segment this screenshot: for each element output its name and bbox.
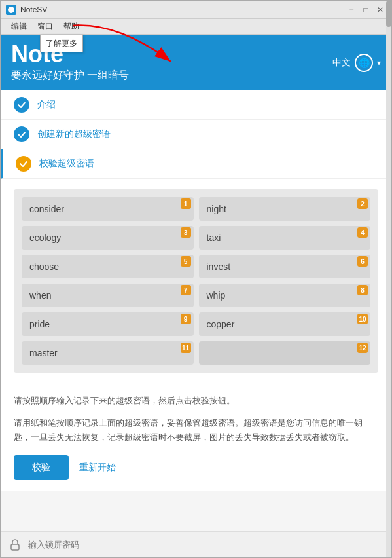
word-number-2: 2 [357, 198, 368, 209]
word-text-11: master [29, 348, 58, 358]
word-cell-12[interactable]: 12 [199, 341, 371, 365]
lock-screen-input[interactable] [28, 540, 383, 549]
word-number-8: 8 [357, 285, 368, 295]
info-section: 请按照顺序输入记录下来的超级密语，然后点击校验按钮。 请用纸和笔按顺序记录上面的… [1, 383, 391, 491]
lang-label: 中文 [332, 57, 351, 69]
word-cell-6[interactable]: 6invest [199, 255, 371, 278]
info-text-2: 请用纸和笔按顺序记录上面的超级密语，妥善保管超级密语。超级密语是您访问信息的唯一… [14, 416, 378, 445]
step-create-label: 创建新的超级密语 [37, 128, 111, 140]
word-number-10: 10 [357, 314, 368, 324]
step-intro[interactable]: 介绍 [1, 90, 391, 120]
app-subtitle: 要永远好好守护 一组暗号 [11, 69, 129, 83]
title-bar-left: NoteSV [6, 5, 47, 15]
step-verify[interactable]: 校验超级密语 [1, 149, 391, 179]
word-text-9: pride [29, 319, 50, 329]
word-cell-10[interactable]: 10copper [199, 312, 371, 336]
svg-point-0 [8, 7, 14, 13]
lang-chevron[interactable]: ▾ [377, 58, 381, 67]
main-content: 介绍 创建新的超级密语 校验超级密语 1consider2night3ecolo… [1, 90, 391, 531]
word-cell-3[interactable]: 3ecology [22, 226, 194, 250]
word-number-5: 5 [181, 256, 191, 267]
step-create[interactable]: 创建新的超级密语 [1, 120, 391, 149]
word-text-6: invest [207, 261, 231, 272]
bottom-bar [1, 531, 391, 557]
svg-rect-2 [11, 544, 19, 550]
word-number-4: 4 [357, 227, 368, 238]
maximize-button[interactable]: □ [360, 4, 372, 16]
close-button[interactable]: ✕ [374, 4, 386, 16]
menu-help[interactable]: 帮助 [58, 19, 84, 35]
word-number-3: 3 [181, 227, 191, 238]
word-text-8: whip [207, 290, 226, 301]
minimize-button[interactable]: − [346, 4, 357, 16]
button-row: 校验 重新开始 [14, 455, 378, 480]
app-icon [6, 5, 16, 15]
word-number-9: 9 [181, 314, 191, 324]
step-intro-check-icon [14, 97, 29, 113]
lock-icon [9, 538, 22, 551]
scrollbar[interactable] [386, 1, 391, 557]
step-verify-check-icon [16, 156, 31, 172]
word-number-6: 6 [357, 256, 368, 267]
app-header-right: 中文 🌐 ▾ [332, 54, 381, 72]
word-text-1: consider [29, 204, 64, 214]
globe-icon[interactable]: 🌐 [355, 54, 373, 72]
word-text-2: night [207, 204, 226, 214]
word-cell-11[interactable]: 11master [22, 341, 194, 365]
word-text-5: choose [29, 261, 59, 272]
tooltip: 了解更多 [40, 35, 83, 52]
word-number-1: 1 [181, 198, 191, 209]
restart-button[interactable]: 重新开始 [79, 462, 116, 474]
word-cell-4[interactable]: 4taxi [199, 226, 371, 250]
word-text-7: when [29, 290, 51, 301]
word-grid-section: 1consider2night3ecology4taxi5choose6inve… [1, 179, 391, 383]
word-number-11: 11 [181, 343, 191, 353]
word-text-10: copper [207, 319, 235, 329]
step-create-check-icon [14, 126, 29, 142]
menu-window[interactable]: 窗口 [32, 19, 58, 35]
word-cell-2[interactable]: 2night [199, 197, 371, 221]
app-window: NoteSV − □ ✕ 编辑 窗口 帮助 了解更多 Note 要永远好好守护 [0, 0, 392, 558]
step-intro-label: 介绍 [37, 99, 56, 111]
step-verify-label: 校验超级密语 [39, 158, 94, 170]
word-number-7: 7 [181, 285, 191, 295]
title-bar-controls: − □ ✕ [346, 4, 386, 16]
word-cell-7[interactable]: 7when [22, 284, 194, 307]
word-number-12: 12 [357, 343, 368, 353]
word-text-3: ecology [29, 232, 61, 243]
word-grid: 1consider2night3ecology4taxi5choose6inve… [14, 189, 378, 373]
scroll-thumb[interactable] [386, 1, 391, 27]
word-cell-8[interactable]: 8whip [199, 284, 371, 307]
menu-bar: 编辑 窗口 帮助 了解更多 [1, 19, 391, 35]
menu-edit[interactable]: 编辑 [6, 19, 32, 35]
word-cell-5[interactable]: 5choose [22, 255, 194, 278]
word-text-4: taxi [207, 232, 221, 243]
word-cell-9[interactable]: 9pride [22, 312, 194, 336]
title-bar: NoteSV − □ ✕ [1, 1, 391, 19]
word-cell-1[interactable]: 1consider [22, 197, 194, 221]
info-text-1: 请按照顺序输入记录下来的超级密语，然后点击校验按钮。 [14, 394, 378, 408]
title-bar-title: NoteSV [20, 5, 47, 14]
verify-button[interactable]: 校验 [14, 455, 69, 480]
